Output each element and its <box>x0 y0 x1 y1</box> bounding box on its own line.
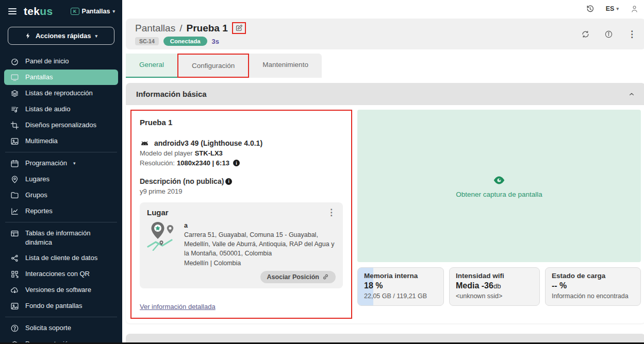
place-address: Carrera 51, Guayabal, Comuna 15 - Guayab… <box>184 230 336 258</box>
device-os-version: androidv3 49 (Lighthouse 4.0.1) <box>154 139 262 147</box>
sidebar-item-pantallas[interactable]: Pantallas <box>4 70 118 85</box>
sidebar-item-solicita-soporte[interactable]: Solicita soporte <box>4 320 118 336</box>
sidebar-item-label: Diseños personalizados <box>25 121 96 130</box>
help-icon <box>10 324 19 333</box>
device-os-row: androidv3 49 (Lighthouse 4.0.1) <box>140 139 343 147</box>
place-card-footer: Asociar Posición <box>147 271 336 283</box>
sidebar-top: tekus K Pantallas ▾ <box>0 0 122 21</box>
context-selector-label: Pantallas <box>82 8 110 15</box>
place-options-icon[interactable]: ⋮ <box>327 208 336 217</box>
link-icon <box>322 273 329 280</box>
chevron-down-icon: ▾ <box>616 6 619 11</box>
device-model-label: Modelo del player <box>140 149 193 157</box>
sidebar-item-multimedia[interactable]: Multimedia <box>4 133 118 149</box>
refresh-icon[interactable] <box>581 30 590 39</box>
main-area: ES ▾ Pantallas / Prueba 1 <box>122 0 644 344</box>
language-label: ES <box>606 5 615 12</box>
sidebar-item-label: Pantallas <box>25 73 53 82</box>
place-name: a <box>184 221 336 230</box>
user-icon[interactable] <box>630 5 639 13</box>
sidebar-item-lista-de-cliente-de-datos[interactable]: Lista de cliente de datos <box>4 250 118 266</box>
logo-text-2: us <box>40 5 53 17</box>
history-icon[interactable] <box>586 5 595 13</box>
sidebar-item-programacion[interactable]: Programación▾ <box>4 156 118 171</box>
sidebar-item-grupos[interactable]: Grupos <box>4 187 118 203</box>
place-card: Lugar ⋮ <box>140 202 343 288</box>
more-options-icon[interactable]: ⋮ <box>628 30 636 39</box>
logo-text-1: tek <box>24 5 40 17</box>
page-content: Pantallas / Prueba 1 SC-14 Conectada 3s <box>122 18 644 344</box>
breadcrumb-root[interactable]: Pantallas <box>135 23 175 34</box>
context-selector[interactable]: K Pantallas ▾ <box>71 8 115 15</box>
tab-configuracion[interactable]: Configuración <box>177 54 249 78</box>
crop-icon <box>10 121 19 130</box>
resolution-info-icon[interactable]: i <box>233 160 240 166</box>
eye-icon <box>491 174 507 186</box>
tab-mantenimiento[interactable]: Mantenimiento <box>249 54 322 78</box>
device-resolution-row: Resolución: 1080x2340 | 6:13 i <box>140 159 343 167</box>
description-label: Descripción (no publica) <box>140 177 224 185</box>
sidebar-item-fondo-de-pantallas[interactable]: Fondo de pantallas <box>4 298 118 314</box>
badge-row: SC-14 Conectada 3s <box>135 37 246 46</box>
quick-actions-button[interactable]: Acciones rápidas ▾ <box>8 27 114 45</box>
audiolist-icon <box>10 105 19 114</box>
sidebar-item-label: Listas de audio <box>25 105 70 114</box>
sidebar-divider <box>5 222 117 222</box>
topbar: ES ▾ <box>122 0 644 18</box>
clouddown-icon <box>10 286 19 295</box>
sidebar-item-tablas-de-informacion-dinamica[interactable]: Tablas de información dinámica <box>4 226 118 250</box>
sidebar-divider <box>5 317 117 317</box>
info-icon[interactable] <box>604 30 613 39</box>
associate-position-button[interactable]: Asociar Posición <box>260 271 336 283</box>
sidebar-item-label: Panel de inicio <box>25 57 69 66</box>
place-content: a Carrera 51, Guayabal, Comuna 15 - Guay… <box>147 221 336 268</box>
quick-actions-label: Acciones rápidas <box>36 32 91 40</box>
qr-icon <box>10 270 19 279</box>
dataclient-icon <box>10 254 19 263</box>
pin-icon <box>10 175 19 184</box>
language-selector[interactable]: ES ▾ <box>606 5 619 12</box>
page-title: Prueba 1 <box>186 23 227 34</box>
monitor-icon <box>10 73 19 82</box>
sidebar-item-listas-de-audio[interactable]: Listas de audio <box>4 101 118 117</box>
sidebar-nav: Panel de inicioPantallasListas de reprod… <box>0 53 122 344</box>
chart-icon <box>10 207 19 216</box>
chevron-down-icon: ▾ <box>112 9 115 14</box>
edit-pencil-icon <box>235 24 243 32</box>
get-screenshot-button[interactable]: Obtener captura de pantalla <box>357 110 641 262</box>
chevron-up-icon[interactable] <box>628 91 635 98</box>
screen-header-panel: Pantallas / Prueba 1 SC-14 Conectada 3s <box>126 19 644 49</box>
sidebar-item-listas-de-reproduccion[interactable]: Listas de reproducción <box>4 85 118 101</box>
basic-info-header[interactable]: Información básica <box>126 83 644 105</box>
sidebar-item-label: Programación <box>25 159 67 168</box>
tab-general[interactable]: General <box>126 54 177 78</box>
sidebar-item-versiones-de-software[interactable]: Versiones de software <box>4 282 118 298</box>
table-icon <box>10 229 19 238</box>
screen-header-left: Pantallas / Prueba 1 SC-14 Conectada 3s <box>135 22 246 46</box>
sidebar-item-reportes[interactable]: Reportes <box>4 203 118 219</box>
edit-title-button[interactable] <box>232 22 246 34</box>
breadcrumb: Pantallas / Prueba 1 <box>135 22 246 34</box>
description-label-row: Descripción (no publica) i <box>140 177 343 185</box>
view-details-link[interactable]: Ver información detallada <box>140 303 216 311</box>
device-resolution-value: 1080x2340 | 6:13 <box>177 159 229 167</box>
sidebar-item-interacciones-con-qr[interactable]: Interacciones con QR <box>4 266 118 282</box>
sidebar-divider <box>5 152 117 152</box>
sidebar-item-label: Reportes <box>25 207 53 216</box>
place-card-header: Lugar ⋮ <box>147 208 336 217</box>
sidebar-item-label: Interacciones con QR <box>25 269 90 279</box>
screen-header-actions: ⋮ <box>581 30 636 39</box>
sidebar-item-lugares[interactable]: Lugares <box>4 171 118 187</box>
sidebar-item-panel-de-inicio[interactable]: Panel de inicio <box>4 54 118 69</box>
sidebar-item-label: Lugares <box>25 175 49 184</box>
right-column: Obtener captura de pantalla Memoria inte… <box>357 110 641 319</box>
app-logo[interactable]: tekus <box>24 5 53 18</box>
lightning-icon <box>25 32 31 39</box>
hamburger-menu-icon[interactable] <box>7 7 18 15</box>
description-info-icon[interactable]: i <box>225 178 232 185</box>
sidebar-item-disenos-personalizados[interactable]: Diseños personalizados <box>4 117 118 133</box>
memory-value: 18 % <box>364 281 437 290</box>
screen-code-badge: SC-14 <box>135 37 159 45</box>
latency-label: 3s <box>212 38 219 45</box>
wifi-ssid: <unknown ssid> <box>456 292 533 301</box>
